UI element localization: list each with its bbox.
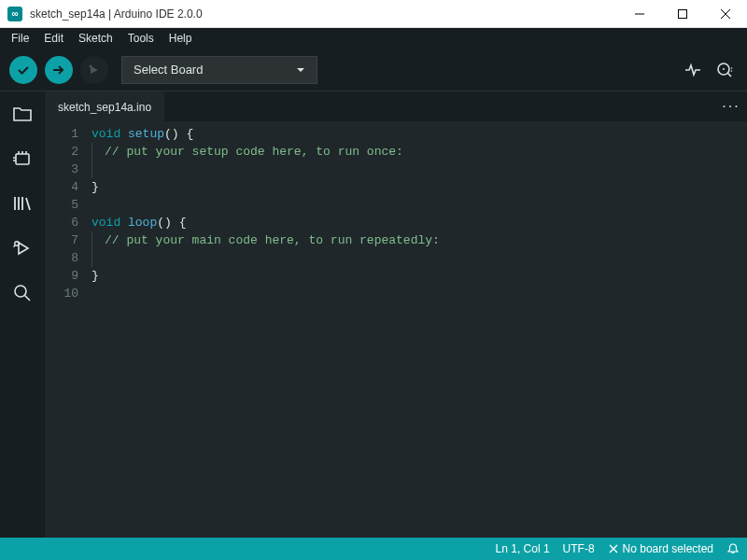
code-editor[interactable]: 12345678910 void setup() {// put your se… [45,121,747,538]
window-titlebar: ∞ sketch_sep14a | Arduino IDE 2.0.0 [0,0,747,28]
svg-point-8 [15,286,26,297]
minimize-button[interactable] [618,0,661,28]
menu-help[interactable]: Help [162,30,200,47]
pulse-icon [684,61,702,79]
code-line[interactable]: } [92,178,747,196]
code-line[interactable]: void setup() { [92,125,747,143]
code-line[interactable] [92,161,747,178]
search-button[interactable] [9,280,35,306]
svg-point-4 [731,67,733,69]
magnifier-dots-icon [715,61,734,79]
menu-file[interactable]: File [4,30,36,47]
status-cursor-position[interactable]: Ln 1, Col 1 [496,542,550,555]
svg-rect-0 [679,9,687,18]
serial-plotter-button[interactable] [684,61,702,79]
library-icon [11,192,34,215]
activity-bar [0,91,45,538]
debug-button[interactable] [80,56,108,84]
app-icon: ∞ [7,7,22,21]
menubar: File Edit Sketch Tools Help [0,28,747,49]
checkmark-icon [16,63,31,77]
code-line[interactable]: // put your setup code here, to run once… [92,143,747,161]
editor-area: sketch_sep14a.ino ··· 12345678910 void s… [45,91,747,538]
board-selector[interactable]: Select Board [121,56,317,84]
upload-button[interactable] [45,56,73,84]
toolbar: Select Board [0,49,747,91]
menu-sketch[interactable]: Sketch [71,30,120,47]
chevron-down-icon [296,65,305,75]
close-x-icon [608,543,619,554]
status-board[interactable]: No board selected [608,542,713,555]
status-notifications[interactable] [726,542,740,555]
search-icon [11,282,34,304]
editor-more-button[interactable]: ··· [715,91,747,121]
editor-tabs: sketch_sep14a.ino ··· [45,91,747,121]
sketchbook-button[interactable] [9,101,35,127]
code-line[interactable]: } [92,267,747,285]
library-manager-button[interactable] [9,190,35,217]
debug-icon [87,63,102,77]
svg-point-1 [90,64,92,67]
code-content[interactable]: void setup() {// put your setup code her… [92,121,747,538]
verify-button[interactable] [9,56,37,84]
status-bar: Ln 1, Col 1 UTF-8 No board selected [0,538,747,560]
svg-point-7 [15,242,20,246]
code-line[interactable] [92,196,747,214]
menu-tools[interactable]: Tools [120,30,162,47]
status-encoding[interactable]: UTF-8 [563,542,595,555]
svg-point-3 [723,68,725,70]
debug-panel-button[interactable] [9,235,35,261]
debug-play-icon [11,237,34,259]
code-line[interactable]: void loop() { [92,214,747,231]
svg-rect-6 [16,154,29,164]
bell-icon [726,542,740,555]
code-line[interactable]: // put your main code here, to run repea… [92,231,747,249]
close-button[interactable] [704,0,747,28]
maximize-button[interactable] [661,0,704,28]
window-title: sketch_sep14a | Arduino IDE 2.0.0 [30,7,618,21]
svg-point-5 [731,70,733,72]
editor-tab-active[interactable]: sketch_sep14a.ino [45,91,164,121]
board-selector-label: Select Board [134,63,203,77]
code-line[interactable] [92,249,747,267]
status-board-text: No board selected [623,542,713,555]
serial-monitor-button[interactable] [715,61,734,79]
board-icon [11,147,34,170]
folder-icon [11,103,34,125]
code-line[interactable] [92,285,747,302]
arrow-right-icon [51,63,66,77]
menu-edit[interactable]: Edit [36,30,71,47]
line-gutter: 12345678910 [45,121,92,538]
boards-manager-button[interactable] [9,146,35,172]
